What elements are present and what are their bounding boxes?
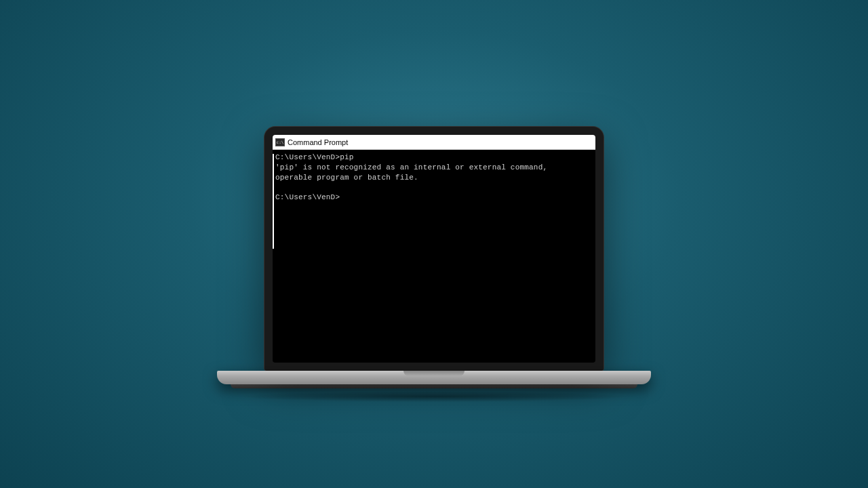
laptop-mockup: c:\ Command Prompt C:\Users\VenD>pip 'pi… bbox=[217, 127, 651, 402]
laptop-screen-bezel: c:\ Command Prompt C:\Users\VenD>pip 'pi… bbox=[264, 127, 604, 371]
text-cursor-bar bbox=[273, 154, 274, 249]
laptop-base-edge bbox=[231, 384, 637, 388]
command-prompt-window[interactable]: c:\ Command Prompt C:\Users\VenD>pip 'pi… bbox=[273, 135, 595, 270]
window-title: Command Prompt bbox=[288, 138, 348, 146]
terminal-prompt: C:\Users\VenD> bbox=[274, 192, 594, 203]
terminal-body[interactable]: C:\Users\VenD>pip 'pip' is not recognize… bbox=[273, 150, 595, 270]
window-titlebar[interactable]: c:\ Command Prompt bbox=[273, 135, 595, 150]
terminal-line: operable program or batch file. bbox=[274, 173, 594, 183]
laptop-keyboard-deck bbox=[217, 371, 651, 384]
laptop-screen: c:\ Command Prompt C:\Users\VenD>pip 'pi… bbox=[273, 135, 595, 363]
laptop-hinge-notch bbox=[403, 371, 465, 376]
terminal-line: C:\Users\VenD>pip bbox=[274, 152, 594, 163]
terminal-blank-line bbox=[274, 183, 594, 192]
laptop-shadow bbox=[237, 391, 631, 402]
terminal-line: 'pip' is not recognized as an internal o… bbox=[274, 163, 594, 173]
cmd-icon: c:\ bbox=[275, 138, 285, 146]
